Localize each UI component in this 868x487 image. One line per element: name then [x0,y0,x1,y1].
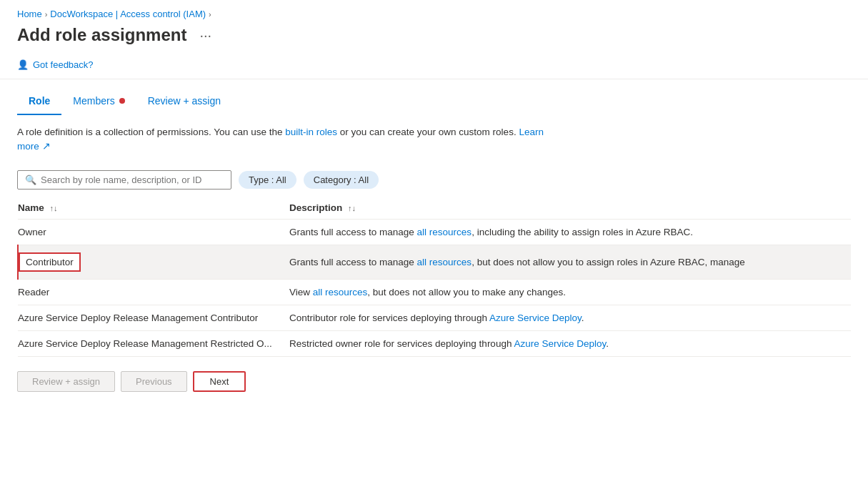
breadcrumb: Home › DocWorkspace | Access control (IA… [0,0,868,25]
description-text2: or you can create your own custom roles. [337,127,519,137]
col-description-sort-icon[interactable]: ↑↓ [348,204,356,212]
col-description: Description ↑↓ [289,197,851,220]
role-name-cell: Azure Service Deploy Release Management … [18,305,289,330]
type-filter-pill[interactable]: Type : All [239,171,296,189]
desc-link[interactable]: all resources [417,257,472,267]
role-description-cell: Restricted owner role for services deplo… [289,330,851,356]
tabs: Role Members Review + assign [0,88,868,115]
search-box: 🔍 [17,170,231,190]
divider [0,79,868,79]
table-row[interactable]: Azure Service Deploy Release Management … [18,330,851,356]
description: A role definition is a collection of per… [0,115,572,163]
desc-link[interactable]: all resources [417,227,472,237]
feedback-bar[interactable]: 👤 Got feedback? [0,54,868,79]
table-row[interactable]: ContributorGrants full access to manage … [18,245,851,279]
desc-link[interactable]: Azure Service Deploy [514,338,606,349]
role-description-cell: Contributor role for services deploying … [289,305,851,330]
built-in-roles-link[interactable]: built-in roles [285,127,337,137]
table-row[interactable]: ReaderView all resources, but does not a… [18,279,851,305]
previous-button[interactable]: Previous [121,371,187,392]
table-body: OwnerGrants full access to manage all re… [18,219,851,356]
footer: Review + assign Previous Next [0,360,868,403]
filters: 🔍 Type : All Category : All [0,163,868,197]
roles-table: Name ↑↓ Description ↑↓ OwnerGrants full … [17,197,851,357]
role-description-cell: View all resources, but does not allow y… [289,279,851,305]
table-container: Name ↑↓ Description ↑↓ OwnerGrants full … [0,197,868,357]
description-text1: A role definition is a collection of per… [17,127,285,137]
tab-review-assign[interactable]: Review + assign [136,88,232,115]
table-header-row: Name ↑↓ Description ↑↓ [18,197,851,220]
role-name-cell: Contributor [18,245,289,279]
tab-role[interactable]: Role [17,88,61,115]
tab-members-dot [119,98,125,104]
role-name-cell: Azure Service Deploy Release Management … [18,330,289,356]
role-name-selected: Contributor [19,252,81,272]
col-description-label: Description [289,202,342,213]
tab-role-label: Role [29,95,50,107]
breadcrumb-chevron-2: › [209,10,211,19]
role-name-cell: Reader [18,279,289,305]
table-row[interactable]: Azure Service Deploy Release Management … [18,305,851,330]
category-filter-pill[interactable]: Category : All [304,171,379,189]
feedback-icon: 👤 [17,59,29,70]
breadcrumb-home[interactable]: Home [17,9,42,19]
breadcrumb-workspace[interactable]: DocWorkspace | Access control (IAM) [50,9,206,19]
search-icon: 🔍 [25,174,36,185]
desc-link[interactable]: all resources [313,287,368,297]
search-input[interactable] [41,174,224,185]
role-description-cell: Grants full access to manage all resourc… [289,219,851,245]
col-name-sort-icon[interactable]: ↑↓ [50,204,58,212]
page-title: Add role assignment [17,25,186,45]
tab-members[interactable]: Members [61,88,136,115]
tab-review-assign-label: Review + assign [148,95,221,107]
review-assign-button[interactable]: Review + assign [17,371,115,392]
table-row[interactable]: OwnerGrants full access to manage all re… [18,219,851,245]
ext-link-icon: ↗ [42,141,51,152]
page-header: Add role assignment ··· [0,25,868,54]
feedback-label: Got feedback? [33,59,94,70]
more-options-button[interactable]: ··· [195,26,216,45]
next-button[interactable]: Next [193,371,246,392]
desc-link[interactable]: Azure Service Deploy [489,313,582,323]
col-name-label: Name [18,202,44,213]
role-description-cell: Grants full access to manage all resourc… [289,245,851,279]
role-name-cell: Owner [18,219,289,245]
tab-members-label: Members [73,95,114,107]
breadcrumb-chevron-1: › [45,10,48,19]
col-name: Name ↑↓ [18,197,289,220]
